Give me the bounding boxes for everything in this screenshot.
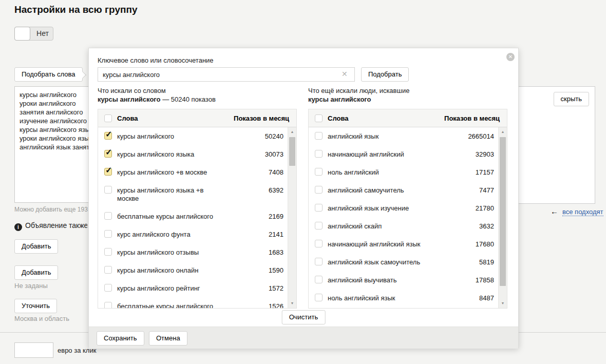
- keyword-checkbox[interactable]: [104, 284, 112, 292]
- keyword-row[interactable]: ноль английский17157: [309, 163, 498, 181]
- keyword-input[interactable]: [98, 67, 355, 82]
- toggle-label: Нет: [32, 27, 53, 40]
- keyword-row[interactable]: английский язык2665014: [309, 127, 498, 145]
- right-table-header: Слова Показов в месяц: [309, 109, 507, 127]
- info-note: iОбъявление также м: [14, 221, 87, 231]
- keyword-row[interactable]: начинающий английский32903: [309, 145, 498, 163]
- close-icon[interactable]: ✕: [506, 53, 515, 61]
- keyword-label: английский скайп: [328, 222, 428, 231]
- select-all-checkbox[interactable]: [315, 114, 323, 122]
- keyword-checkbox[interactable]: [315, 294, 323, 301]
- group-toggle[interactable]: Нет: [14, 27, 53, 41]
- cancel-button[interactable]: Отмена: [149, 331, 187, 346]
- keyword-checkbox[interactable]: [104, 248, 112, 256]
- keyword-row[interactable]: курсы английского онлайн1590: [98, 261, 288, 279]
- right-subtitle: Что ещё искали люди, искавшие курсы англ…: [308, 86, 409, 104]
- keyword-row[interactable]: английский самоучитель7477: [309, 181, 498, 199]
- keyword-shows: 50240: [265, 132, 283, 140]
- hide-button[interactable]: скрыть: [554, 92, 590, 106]
- left-table-header: Слова Показов в месяц: [98, 109, 296, 127]
- keyword-shows: 30073: [265, 150, 283, 158]
- keyword-checkbox[interactable]: [104, 302, 112, 308]
- keyword-checkbox[interactable]: [315, 240, 323, 247]
- scroll-up-icon[interactable]: ▲: [288, 128, 296, 136]
- keyword-row[interactable]: ✓курсы английского50240: [98, 127, 288, 145]
- all-fit-link[interactable]: все подходят: [562, 208, 603, 216]
- keyword-row[interactable]: английский скайп3632: [309, 217, 498, 235]
- scroll-thumb[interactable]: [289, 137, 295, 166]
- keyword-checkbox[interactable]: [315, 132, 323, 140]
- clear-all-button[interactable]: Очистить: [282, 310, 326, 324]
- keyword-row[interactable]: курсы английского отзывы1683: [98, 243, 288, 261]
- bubble-tail: [79, 71, 86, 79]
- keyword-checkbox[interactable]: [315, 150, 323, 158]
- keyword-label: английский выучивать: [328, 276, 428, 284]
- keyword-row[interactable]: курсы английского языка +в москве6392: [98, 181, 288, 207]
- keyword-shows: 2665014: [468, 132, 494, 140]
- keyword-checkbox[interactable]: [315, 276, 323, 283]
- keyword-label: начинающий английский: [328, 150, 428, 159]
- scroll-thumb[interactable]: [500, 137, 506, 286]
- keyword-shows: 1590: [269, 266, 283, 274]
- keyword-row[interactable]: курсы английского рейтинг1572: [98, 279, 288, 297]
- left-table-rows: ✓курсы английского50240✓курсы английског…: [98, 127, 296, 308]
- add-button-2[interactable]: Добавить: [14, 265, 58, 280]
- keyword-row[interactable]: ✓курсы английского +в москве7408: [98, 163, 288, 181]
- right-keywords-table: Слова Показов в месяц английский язык266…: [308, 109, 507, 309]
- keyword-checkbox[interactable]: [315, 258, 323, 265]
- keyword-checkbox[interactable]: [104, 186, 112, 194]
- keyword-row[interactable]: английский выучивать17858: [309, 271, 498, 289]
- refine-button[interactable]: Уточнить: [14, 299, 57, 313]
- keyword-checkbox[interactable]: ✓: [104, 168, 112, 176]
- keyword-checkbox[interactable]: [315, 222, 323, 229]
- keyword-label: курсы английского рейтинг: [117, 284, 217, 293]
- scroll-down-icon[interactable]: ▼: [499, 300, 507, 307]
- keyword-row[interactable]: бесплатные курсы английского2169: [98, 207, 288, 225]
- col-words-label: Слова: [328, 114, 348, 122]
- keyword-shows: 8487: [479, 294, 494, 302]
- keyword-shows: 17157: [476, 168, 494, 176]
- save-button[interactable]: Сохранить: [97, 331, 144, 346]
- keyword-picker-modal: ✕ Ключевое слово или словосочетание ✕ По…: [88, 48, 519, 348]
- keyword-row[interactable]: ноль английский язык8487: [309, 289, 498, 307]
- keyword-checkbox[interactable]: [315, 204, 323, 212]
- can-add-hint: Можно добавить еще 193 ф: [14, 206, 94, 213]
- keyword-checkbox[interactable]: [315, 186, 323, 194]
- keyword-checkbox[interactable]: ✓: [104, 132, 112, 140]
- keyword-shows: 7408: [269, 168, 283, 176]
- modal-footer: Сохранить Отмена: [89, 327, 518, 349]
- scrollbar[interactable]: ▲ ▼: [498, 127, 507, 308]
- arrow-left-icon: ←: [551, 207, 558, 216]
- scroll-up-icon[interactable]: ▲: [499, 128, 507, 136]
- keyword-label: ноль английский: [328, 168, 428, 177]
- scroll-down-icon[interactable]: ▼: [288, 300, 296, 307]
- keyword-checkbox[interactable]: [104, 230, 112, 238]
- info-note-text: Объявление также м: [25, 221, 87, 229]
- bid-input[interactable]: [14, 342, 53, 358]
- keyword-row[interactable]: начинающий английский язык17680: [309, 235, 498, 253]
- select-all-checkbox[interactable]: [104, 114, 112, 122]
- keyword-shows: 3632: [479, 222, 494, 230]
- scrollbar[interactable]: ▲ ▼: [288, 127, 296, 308]
- keyword-label: курсы английского отзывы: [117, 248, 217, 257]
- page: Настройки на всю группу Нет Подобрать сл…: [0, 0, 606, 364]
- keyword-checkbox[interactable]: ✓: [104, 150, 112, 158]
- keyword-checkbox[interactable]: [104, 266, 112, 274]
- keyword-row[interactable]: бесплатные курсы английского1526: [98, 297, 288, 308]
- pick-button[interactable]: Подобрать: [361, 67, 409, 82]
- keyword-row[interactable]: ✓курсы английского языка30073: [98, 145, 288, 163]
- keyword-checkbox[interactable]: [104, 212, 112, 220]
- not-set-label: Не заданы: [14, 282, 48, 290]
- add-button-1[interactable]: Добавить: [14, 239, 58, 254]
- keyword-row[interactable]: английский язык изучение21780: [309, 199, 498, 217]
- keyword-row[interactable]: курс английского фунта2141: [98, 225, 288, 243]
- clear-icon[interactable]: ✕: [342, 70, 348, 78]
- pick-words-button[interactable]: Подобрать слова: [14, 67, 83, 82]
- keyword-shows: 6392: [269, 186, 283, 194]
- keyword-input-label: Ключевое слово или словосочетание: [98, 56, 214, 64]
- keyword-label: курсы английского языка +в москве: [117, 186, 217, 203]
- keyword-row[interactable]: английский язык самоучитель5819: [309, 253, 498, 271]
- toggle-knob[interactable]: [14, 27, 30, 41]
- keyword-checkbox[interactable]: [315, 168, 323, 176]
- keyword-label: английский самоучитель: [328, 186, 428, 195]
